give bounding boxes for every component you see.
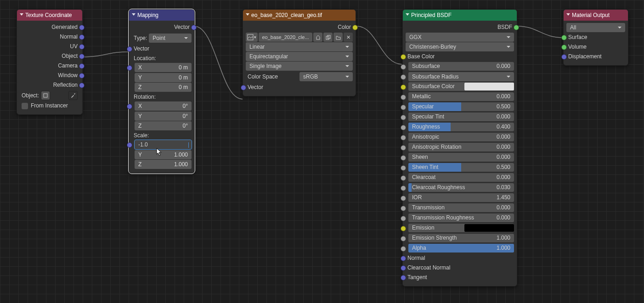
node-header[interactable]: Material Output bbox=[564, 10, 628, 21]
socket-vec[interactable] bbox=[127, 104, 132, 109]
socket-vec[interactable] bbox=[241, 85, 246, 90]
eyedropper-icon[interactable] bbox=[68, 91, 78, 100]
socket-float[interactable] bbox=[401, 105, 406, 110]
object-field[interactable] bbox=[41, 91, 50, 100]
slider[interactable]: IOR1.450 bbox=[408, 193, 514, 202]
from-instancer-row[interactable]: From Instancer bbox=[20, 101, 79, 111]
node-texture-coordinate[interactable]: Texture Coordinate Generated Normal UV O… bbox=[17, 9, 83, 115]
unlink-icon[interactable]: ✕ bbox=[344, 33, 353, 42]
socket-float[interactable] bbox=[401, 206, 406, 211]
node-header[interactable]: Principled BSDF bbox=[403, 10, 517, 21]
socket-shader[interactable] bbox=[561, 45, 567, 50]
rot-x[interactable]: X0° bbox=[135, 101, 192, 111]
node-header[interactable]: Texture Coordinate bbox=[17, 10, 82, 21]
node-header[interactable]: Mapping bbox=[129, 10, 194, 21]
socket-color[interactable] bbox=[401, 54, 406, 60]
node-principled-bsdf[interactable]: Principled BSDF BSDF GGX Christensen-Bur… bbox=[402, 9, 517, 286]
socket-vec[interactable] bbox=[561, 54, 567, 60]
socket-float[interactable] bbox=[401, 155, 406, 161]
rot-y[interactable]: Y0° bbox=[135, 112, 192, 121]
socket-vec[interactable] bbox=[79, 83, 85, 88]
scale-z[interactable]: Z1.000 bbox=[135, 160, 192, 169]
color-field[interactable]: Emission bbox=[408, 224, 514, 232]
socket-float[interactable] bbox=[401, 125, 406, 130]
socket-vec[interactable] bbox=[79, 34, 85, 40]
socket-float[interactable] bbox=[401, 216, 406, 221]
input-specular-tint: Specular Tint0.000 bbox=[406, 112, 514, 122]
socket-vec[interactable] bbox=[79, 63, 85, 69]
loc-y[interactable]: Y0 m bbox=[135, 73, 192, 82]
socket[interactable] bbox=[401, 275, 406, 281]
expand-select[interactable]: Subsurface Radius bbox=[408, 72, 514, 81]
socket-vec[interactable] bbox=[79, 73, 85, 79]
socket-float[interactable] bbox=[401, 165, 406, 171]
socket-float[interactable] bbox=[401, 196, 406, 201]
node-mapping[interactable]: Mapping Vector Type: Point Vector Locati… bbox=[129, 9, 195, 174]
socket-vec[interactable] bbox=[191, 25, 197, 30]
scale-x-editing[interactable]: -1.0| bbox=[135, 140, 192, 149]
scale-y[interactable]: Y1.000 bbox=[135, 150, 192, 159]
colorspace-select[interactable]: sRGB bbox=[299, 72, 353, 81]
fake-user-icon[interactable] bbox=[313, 33, 322, 42]
image-name[interactable]: eo_base_2020_cle... bbox=[259, 33, 312, 42]
socket-float[interactable] bbox=[401, 145, 406, 151]
projection-select[interactable]: Equirectangular bbox=[246, 52, 353, 61]
socket[interactable] bbox=[401, 226, 406, 231]
socket[interactable] bbox=[401, 74, 406, 80]
slider[interactable]: Alpha1.000 bbox=[408, 244, 514, 252]
socket[interactable] bbox=[401, 256, 406, 261]
socket-vec[interactable] bbox=[127, 142, 132, 148]
slider[interactable]: Specular Tint0.000 bbox=[408, 112, 514, 121]
output-bsdf: BSDF bbox=[406, 22, 514, 32]
slider[interactable]: Emission Strength1.000 bbox=[408, 234, 514, 242]
slider[interactable]: Sheen0.000 bbox=[408, 153, 514, 162]
type-select[interactable]: Point bbox=[149, 34, 192, 43]
open-icon[interactable] bbox=[333, 33, 343, 42]
slider[interactable]: Metallic0.000 bbox=[408, 92, 514, 101]
socket-vec[interactable] bbox=[79, 25, 85, 30]
target-select[interactable]: All bbox=[566, 23, 625, 32]
socket-float[interactable] bbox=[401, 135, 406, 140]
socket-float[interactable] bbox=[401, 246, 406, 252]
distribution-select[interactable]: GGX bbox=[406, 33, 514, 42]
socket-float[interactable] bbox=[401, 95, 406, 100]
slider[interactable]: Roughness0.400 bbox=[408, 123, 514, 131]
socket-vec[interactable] bbox=[79, 44, 85, 50]
duplicate-icon[interactable] bbox=[323, 33, 333, 42]
slider[interactable]: Sheen Tint0.500 bbox=[408, 163, 514, 172]
socket-float[interactable] bbox=[401, 115, 406, 120]
frame-select[interactable]: Single Image bbox=[246, 62, 353, 71]
image-icon[interactable]: ▾ bbox=[246, 33, 258, 42]
socket-float[interactable] bbox=[401, 175, 406, 181]
socket-float[interactable] bbox=[401, 185, 406, 191]
checkbox[interactable] bbox=[22, 103, 28, 109]
socket-shader[interactable] bbox=[514, 25, 519, 30]
slider[interactable]: Transmission0.000 bbox=[408, 203, 514, 212]
socket-vec[interactable] bbox=[79, 54, 85, 59]
socket-float[interactable] bbox=[401, 236, 406, 241]
slider[interactable]: Clearcoat Roughness0.030 bbox=[408, 183, 514, 192]
socket-vec[interactable] bbox=[127, 65, 132, 71]
slider[interactable]: Specular0.500 bbox=[408, 102, 514, 111]
slider[interactable]: Anisotropic0.000 bbox=[408, 133, 514, 141]
color-field[interactable]: Subsurface Color bbox=[408, 82, 514, 91]
loc-x[interactable]: X0 m bbox=[135, 63, 192, 72]
loc-z[interactable]: Z0 m bbox=[135, 83, 192, 92]
slider[interactable]: Clearcoat0.000 bbox=[408, 173, 514, 182]
socket-color[interactable] bbox=[352, 25, 358, 30]
node-image-texture[interactable]: eo_base_2020_clean_geo.tif Color ▾ eo_ba… bbox=[243, 9, 356, 96]
node-material-output[interactable]: Material Output All Surface Volume Displ… bbox=[563, 9, 628, 66]
sss-method-select[interactable]: Christensen-Burley bbox=[406, 42, 514, 51]
slider[interactable]: Anisotropic Rotation0.000 bbox=[408, 143, 514, 152]
slider[interactable]: Subsurface0.000 bbox=[408, 62, 514, 71]
interpolation-select[interactable]: Linear bbox=[246, 42, 353, 51]
socket[interactable] bbox=[401, 84, 406, 90]
socket-vec[interactable] bbox=[127, 46, 132, 52]
node-header[interactable]: eo_base_2020_clean_geo.tif bbox=[243, 10, 356, 21]
rot-z[interactable]: Z0° bbox=[135, 121, 192, 130]
socket[interactable] bbox=[401, 265, 406, 271]
socket-shader[interactable] bbox=[561, 35, 567, 40]
input-emission-strength: Emission Strength1.000 bbox=[406, 234, 514, 243]
slider[interactable]: Transmission Roughness0.000 bbox=[408, 213, 514, 222]
socket-float[interactable] bbox=[401, 64, 406, 70]
